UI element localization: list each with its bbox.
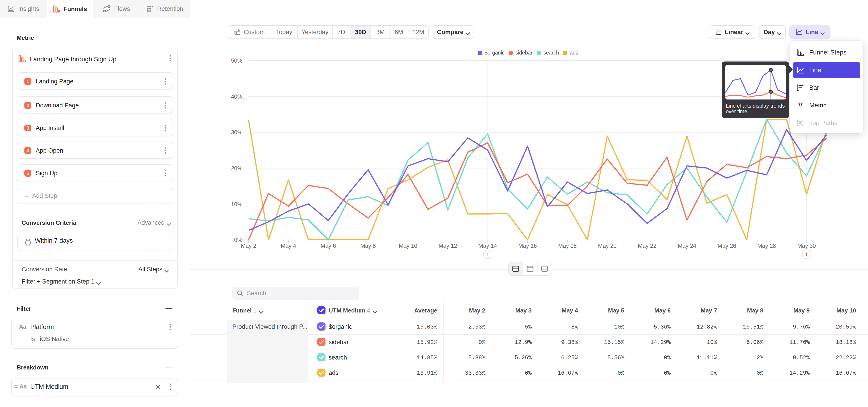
svg-text:0%: 0%: [234, 237, 242, 243]
svg-text:May 8: May 8: [361, 243, 376, 249]
svg-text:May 10: May 10: [399, 243, 417, 249]
svg-text:May 20: May 20: [598, 243, 617, 249]
svg-text:May 6: May 6: [320, 243, 336, 249]
svg-text:40%: 40%: [231, 93, 242, 100]
svg-text:May 14: May 14: [478, 243, 497, 249]
svg-text:May 4: May 4: [281, 243, 296, 249]
svg-text:May 30: May 30: [797, 243, 816, 249]
svg-text:May 22: May 22: [638, 243, 656, 249]
svg-text:May 16: May 16: [518, 243, 537, 249]
svg-text:May 24: May 24: [678, 243, 696, 249]
svg-text:20%: 20%: [231, 165, 242, 171]
svg-text:30%: 30%: [231, 129, 242, 135]
svg-text:May 18: May 18: [558, 243, 577, 249]
svg-text:May 26: May 26: [718, 243, 736, 249]
svg-text:1: 1: [486, 251, 489, 257]
svg-text:1: 1: [805, 251, 808, 257]
svg-text:10%: 10%: [231, 201, 242, 207]
svg-text:May 2: May 2: [241, 243, 256, 249]
svg-text:50%: 50%: [231, 57, 242, 64]
svg-text:May 28: May 28: [757, 243, 776, 249]
svg-text:May 12: May 12: [438, 243, 457, 249]
